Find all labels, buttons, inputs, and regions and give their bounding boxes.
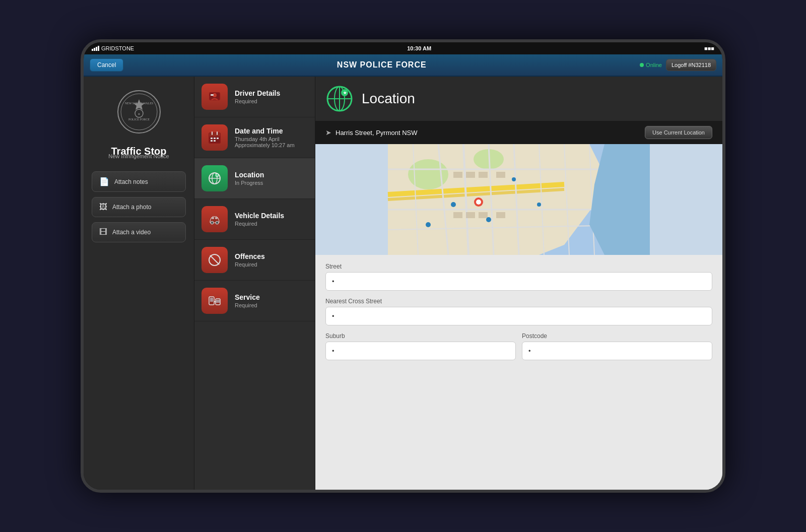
postcode-input[interactable] <box>522 342 712 360</box>
notes-icon: 📄 <box>99 177 109 186</box>
map-svg <box>315 144 722 255</box>
cancel-button[interactable]: Cancel <box>90 58 123 72</box>
cross-street-group: Nearest Cross Street <box>325 298 712 325</box>
svg-rect-63 <box>496 212 505 218</box>
online-dot-icon <box>640 63 644 67</box>
vehicle-text: Vehicle Details Required <box>235 212 308 227</box>
svg-point-66 <box>486 217 491 222</box>
online-label: Online <box>646 62 662 68</box>
svg-text:✦: ✦ <box>138 112 141 116</box>
location-globe-icon: ★ <box>325 85 354 113</box>
svg-rect-8 <box>211 94 214 96</box>
location-icon: ★ <box>202 165 228 191</box>
tablet-frame: GRIDSTONE 10:30 AM ■■■ Cancel NSW POLICE… <box>81 39 725 493</box>
location-title: Location <box>235 171 308 179</box>
cross-street-label: Nearest Cross Street <box>325 298 712 305</box>
video-icon: 🎞 <box>99 228 107 237</box>
svg-line-28 <box>210 255 219 264</box>
service-text: Service Required <box>235 293 308 308</box>
menu-list: Driver Details Required <box>194 77 315 490</box>
svg-text:★: ★ <box>216 174 218 177</box>
menu-item-datetime[interactable]: Date and Time Thursday 4th April Approxi… <box>194 117 315 158</box>
online-badge: Online <box>640 62 662 68</box>
attach-video-button[interactable]: 🎞 Attach a video <box>92 222 186 242</box>
status-bar: GRIDSTONE 10:30 AM ■■■ <box>84 42 722 54</box>
suburb-input[interactable] <box>325 342 516 360</box>
location-bar: ➤ Harris Street, Pyrmont NSW Use Current… <box>315 121 722 144</box>
menu-item-location[interactable]: ★ Location In Progress <box>194 158 315 199</box>
street-input[interactable] <box>325 272 712 291</box>
attach-photo-label: Attach a photo <box>112 204 151 211</box>
menu-item-offences[interactable]: Offences Required <box>194 240 315 281</box>
police-badge-icon: NEW SOUTH WALES POLICE FORCE ✦ <box>116 89 162 135</box>
offences-title: Offences <box>235 252 308 260</box>
street-label: Street <box>325 263 712 270</box>
attach-notes-button[interactable]: 📄 Attach notes <box>92 171 186 192</box>
vehicle-title: Vehicle Details <box>235 212 308 220</box>
logoff-button[interactable]: Logoff #N32118 <box>666 59 716 71</box>
svg-rect-16 <box>211 140 213 142</box>
svg-point-68 <box>512 177 516 181</box>
offences-icon <box>202 247 228 273</box>
svg-point-0 <box>118 91 160 133</box>
svg-point-67 <box>426 222 431 227</box>
service-title: Service <box>235 293 308 301</box>
map-container[interactable] <box>315 144 722 255</box>
menu-item-driver[interactable]: Driver Details Required <box>194 77 315 117</box>
svg-rect-56 <box>453 172 462 178</box>
svg-point-65 <box>451 202 456 207</box>
location-address: ➤ Harris Street, Pyrmont NSW <box>325 128 418 137</box>
suburb-label: Suburb <box>325 332 516 340</box>
svg-rect-32 <box>216 300 220 303</box>
svg-rect-59 <box>453 212 462 218</box>
datetime-icon <box>202 124 228 151</box>
attach-video-label: Attach a video <box>112 229 151 236</box>
side-button-right[interactable] <box>723 239 725 259</box>
suburb-group: Suburb <box>325 332 516 360</box>
side-button-left[interactable] <box>81 230 83 255</box>
attach-photo-button[interactable]: 🖼 Attach a photo <box>92 197 186 217</box>
battery-indicator: ■■■ <box>704 45 714 51</box>
menu-item-vehicle[interactable]: Vehicle Details Required <box>194 199 315 240</box>
offences-text: Offences Required <box>235 252 308 268</box>
svg-rect-23 <box>212 217 214 219</box>
location-text: Location In Progress <box>235 171 308 186</box>
app-title-text: Traffic Stop New Infringement Notice <box>108 145 169 159</box>
sidebar-buttons: 📄 Attach notes 🖼 Attach a photo 🎞 Attach… <box>92 171 186 242</box>
datetime-title: Date and Time <box>235 127 308 135</box>
sidebar: NEW SOUTH WALES POLICE FORCE ✦ Traffic S… <box>84 77 194 490</box>
svg-text:POLICE FORCE: POLICE FORCE <box>128 118 150 121</box>
driver-icon <box>202 84 228 110</box>
signal-bar-1 <box>92 49 93 51</box>
svg-rect-61 <box>479 212 488 218</box>
attach-notes-label: Attach notes <box>114 178 148 185</box>
content-title: Location <box>362 91 415 107</box>
location-subtitle: In Progress <box>235 180 308 186</box>
content-header: ★ Location <box>315 77 722 121</box>
svg-rect-62 <box>496 172 505 178</box>
status-left: GRIDSTONE <box>92 45 134 51</box>
svg-text:★: ★ <box>343 91 347 95</box>
driver-text: Driver Details Required <box>235 89 308 104</box>
form-area: Street Nearest Cross Street Suburb Postc… <box>315 255 722 490</box>
svg-rect-57 <box>466 172 475 178</box>
cross-street-input[interactable] <box>325 307 712 325</box>
signal-bar-2 <box>94 48 95 51</box>
menu-item-service[interactable]: Service Required <box>194 281 315 321</box>
svg-point-25 <box>211 221 214 224</box>
carrier-name: GRIDSTONE <box>101 45 134 51</box>
svg-rect-15 <box>217 138 219 139</box>
svg-rect-60 <box>466 212 475 218</box>
svg-rect-14 <box>214 138 216 139</box>
suburb-postcode-row: Suburb Postcode <box>325 332 712 367</box>
vehicle-icon <box>202 206 228 232</box>
vehicle-subtitle: Required <box>235 221 308 227</box>
status-time: 10:30 AM <box>407 45 431 51</box>
nav-bar: Cancel NSW POLICE FORCE Online Logoff #N… <box>84 54 722 77</box>
datetime-text: Date and Time Thursday 4th April Approxi… <box>235 127 308 148</box>
offences-subtitle: Required <box>235 261 308 268</box>
signal-bar-3 <box>96 47 97 51</box>
use-current-location-button[interactable]: Use Current Location <box>645 126 712 139</box>
content-panel: ★ Location ➤ Harris Street, Pyrmont NSW … <box>315 77 722 490</box>
svg-rect-24 <box>215 217 218 219</box>
